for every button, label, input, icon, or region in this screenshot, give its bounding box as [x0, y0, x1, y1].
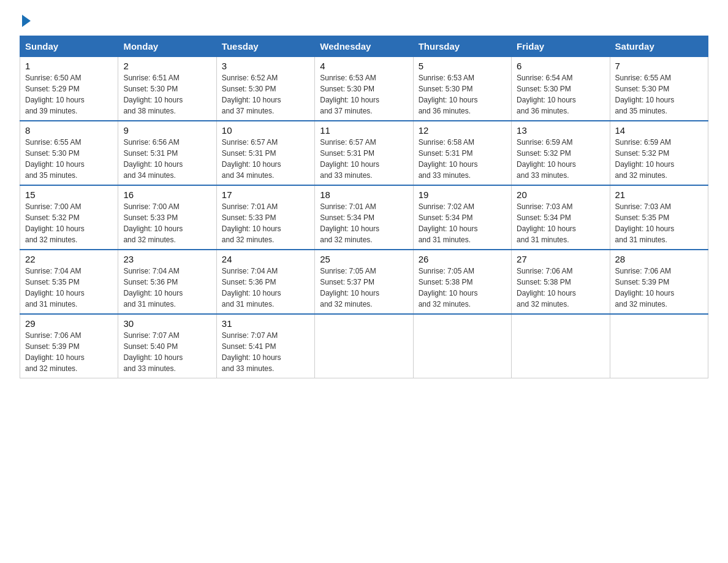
weekday-header-monday: Monday — [118, 36, 216, 57]
day-info: Sunrise: 7:02 AMSunset: 5:34 PMDaylight:… — [419, 201, 506, 245]
day-info: Sunrise: 6:55 AMSunset: 5:30 PMDaylight:… — [615, 72, 703, 117]
calendar-week-row: 22Sunrise: 7:04 AMSunset: 5:35 PMDayligh… — [20, 250, 708, 314]
day-number: 23 — [123, 254, 211, 264]
day-number: 17 — [222, 190, 309, 200]
day-number: 14 — [615, 125, 703, 136]
calendar-week-row: 8Sunrise: 6:55 AMSunset: 5:30 PMDaylight… — [20, 121, 708, 185]
calendar-cell: 9Sunrise: 6:56 AMSunset: 5:31 PMDaylight… — [118, 121, 216, 185]
calendar-week-row: 15Sunrise: 7:00 AMSunset: 5:32 PMDayligh… — [20, 185, 708, 250]
day-info: Sunrise: 7:06 AMSunset: 5:38 PMDaylight:… — [517, 266, 604, 310]
calendar-cell: 7Sunrise: 6:55 AMSunset: 5:30 PMDaylight… — [610, 57, 708, 121]
calendar-cell: 8Sunrise: 6:55 AMSunset: 5:30 PMDaylight… — [20, 121, 118, 185]
day-info: Sunrise: 6:58 AMSunset: 5:31 PMDaylight:… — [419, 137, 506, 181]
page-header — [20, 15, 708, 26]
calendar-cell: 27Sunrise: 7:06 AMSunset: 5:38 PMDayligh… — [512, 250, 610, 314]
day-info: Sunrise: 6:52 AMSunset: 5:30 PMDaylight:… — [222, 72, 309, 117]
day-number: 15 — [25, 190, 113, 200]
calendar-cell: 20Sunrise: 7:03 AMSunset: 5:34 PMDayligh… — [512, 185, 610, 250]
day-info: Sunrise: 6:53 AMSunset: 5:30 PMDaylight:… — [320, 72, 408, 117]
calendar-cell: 5Sunrise: 6:53 AMSunset: 5:30 PMDaylight… — [413, 57, 511, 121]
calendar-cell: 3Sunrise: 6:52 AMSunset: 5:30 PMDaylight… — [216, 57, 314, 121]
day-number: 19 — [419, 190, 506, 200]
day-info: Sunrise: 6:57 AMSunset: 5:31 PMDaylight:… — [320, 137, 408, 181]
day-info: Sunrise: 6:59 AMSunset: 5:32 PMDaylight:… — [517, 137, 604, 181]
weekday-header-wednesday: Wednesday — [315, 36, 413, 57]
calendar-cell: 13Sunrise: 6:59 AMSunset: 5:32 PMDayligh… — [512, 121, 610, 185]
calendar-cell: 22Sunrise: 7:04 AMSunset: 5:35 PMDayligh… — [20, 250, 118, 314]
calendar-cell: 28Sunrise: 7:06 AMSunset: 5:39 PMDayligh… — [610, 250, 708, 314]
day-number: 25 — [320, 254, 408, 264]
day-number: 9 — [123, 125, 211, 136]
day-number: 7 — [615, 61, 703, 71]
day-info: Sunrise: 6:50 AMSunset: 5:29 PMDaylight:… — [25, 72, 113, 117]
day-number: 8 — [25, 125, 113, 136]
day-info: Sunrise: 7:06 AMSunset: 5:39 PMDaylight:… — [25, 330, 113, 374]
calendar-cell — [512, 314, 610, 378]
day-info: Sunrise: 7:00 AMSunset: 5:32 PMDaylight:… — [25, 201, 113, 245]
day-number: 18 — [320, 190, 408, 200]
day-number: 28 — [615, 254, 703, 264]
day-number: 31 — [222, 318, 309, 329]
day-info: Sunrise: 6:53 AMSunset: 5:30 PMDaylight:… — [419, 72, 506, 117]
day-info: Sunrise: 7:03 AMSunset: 5:35 PMDaylight:… — [615, 201, 703, 245]
day-info: Sunrise: 7:01 AMSunset: 5:33 PMDaylight:… — [222, 201, 309, 245]
day-info: Sunrise: 7:00 AMSunset: 5:33 PMDaylight:… — [123, 201, 211, 245]
calendar-cell: 1Sunrise: 6:50 AMSunset: 5:29 PMDaylight… — [20, 57, 118, 121]
day-info: Sunrise: 7:07 AMSunset: 5:41 PMDaylight:… — [222, 330, 309, 374]
calendar-cell: 18Sunrise: 7:01 AMSunset: 5:34 PMDayligh… — [315, 185, 413, 250]
calendar-cell: 10Sunrise: 6:57 AMSunset: 5:31 PMDayligh… — [216, 121, 314, 185]
calendar-cell — [315, 314, 413, 378]
day-info: Sunrise: 7:04 AMSunset: 5:36 PMDaylight:… — [222, 266, 309, 310]
calendar-cell: 11Sunrise: 6:57 AMSunset: 5:31 PMDayligh… — [315, 121, 413, 185]
day-info: Sunrise: 6:56 AMSunset: 5:31 PMDaylight:… — [123, 137, 211, 181]
day-number: 13 — [517, 125, 604, 136]
day-number: 24 — [222, 254, 309, 264]
calendar-cell: 24Sunrise: 7:04 AMSunset: 5:36 PMDayligh… — [216, 250, 314, 314]
day-number: 4 — [320, 61, 408, 71]
weekday-header-thursday: Thursday — [413, 36, 511, 57]
calendar-cell: 14Sunrise: 6:59 AMSunset: 5:32 PMDayligh… — [610, 121, 708, 185]
day-info: Sunrise: 6:57 AMSunset: 5:31 PMDaylight:… — [222, 137, 309, 181]
day-number: 6 — [517, 61, 604, 71]
day-info: Sunrise: 7:04 AMSunset: 5:36 PMDaylight:… — [123, 266, 211, 310]
weekday-header-tuesday: Tuesday — [216, 36, 314, 57]
calendar-body: 1Sunrise: 6:50 AMSunset: 5:29 PMDaylight… — [20, 57, 708, 378]
calendar-cell: 26Sunrise: 7:05 AMSunset: 5:38 PMDayligh… — [413, 250, 511, 314]
day-info: Sunrise: 7:03 AMSunset: 5:34 PMDaylight:… — [517, 201, 604, 245]
calendar-cell: 19Sunrise: 7:02 AMSunset: 5:34 PMDayligh… — [413, 185, 511, 250]
calendar-cell: 2Sunrise: 6:51 AMSunset: 5:30 PMDaylight… — [118, 57, 216, 121]
calendar-week-row: 29Sunrise: 7:06 AMSunset: 5:39 PMDayligh… — [20, 314, 708, 378]
day-number: 16 — [123, 190, 211, 200]
calendar-cell: 25Sunrise: 7:05 AMSunset: 5:37 PMDayligh… — [315, 250, 413, 314]
day-info: Sunrise: 7:05 AMSunset: 5:37 PMDaylight:… — [320, 266, 408, 310]
day-number: 11 — [320, 125, 408, 136]
day-number: 21 — [615, 190, 703, 200]
weekday-header-friday: Friday — [512, 36, 610, 57]
day-info: Sunrise: 7:07 AMSunset: 5:40 PMDaylight:… — [123, 330, 211, 374]
calendar-header: SundayMondayTuesdayWednesdayThursdayFrid… — [20, 36, 708, 57]
logo — [20, 15, 31, 26]
calendar-cell: 12Sunrise: 6:58 AMSunset: 5:31 PMDayligh… — [413, 121, 511, 185]
day-number: 26 — [419, 254, 506, 264]
day-number: 20 — [517, 190, 604, 200]
calendar-cell: 31Sunrise: 7:07 AMSunset: 5:41 PMDayligh… — [216, 314, 314, 378]
day-number: 5 — [419, 61, 506, 71]
calendar-cell: 4Sunrise: 6:53 AMSunset: 5:30 PMDaylight… — [315, 57, 413, 121]
calendar-cell: 17Sunrise: 7:01 AMSunset: 5:33 PMDayligh… — [216, 185, 314, 250]
day-info: Sunrise: 7:04 AMSunset: 5:35 PMDaylight:… — [25, 266, 113, 310]
day-info: Sunrise: 7:05 AMSunset: 5:38 PMDaylight:… — [419, 266, 506, 310]
calendar-cell: 16Sunrise: 7:00 AMSunset: 5:33 PMDayligh… — [118, 185, 216, 250]
weekday-header-sunday: Sunday — [20, 36, 118, 57]
weekday-header-saturday: Saturday — [610, 36, 708, 57]
weekday-header-row: SundayMondayTuesdayWednesdayThursdayFrid… — [20, 36, 708, 57]
day-number: 1 — [25, 61, 113, 71]
calendar-cell: 6Sunrise: 6:54 AMSunset: 5:30 PMDaylight… — [512, 57, 610, 121]
day-info: Sunrise: 6:54 AMSunset: 5:30 PMDaylight:… — [517, 72, 604, 117]
calendar-cell — [413, 314, 511, 378]
day-number: 3 — [222, 61, 309, 71]
day-number: 12 — [419, 125, 506, 136]
day-info: Sunrise: 7:01 AMSunset: 5:34 PMDaylight:… — [320, 201, 408, 245]
day-info: Sunrise: 6:59 AMSunset: 5:32 PMDaylight:… — [615, 137, 703, 181]
day-number: 2 — [123, 61, 211, 71]
calendar-cell: 23Sunrise: 7:04 AMSunset: 5:36 PMDayligh… — [118, 250, 216, 314]
